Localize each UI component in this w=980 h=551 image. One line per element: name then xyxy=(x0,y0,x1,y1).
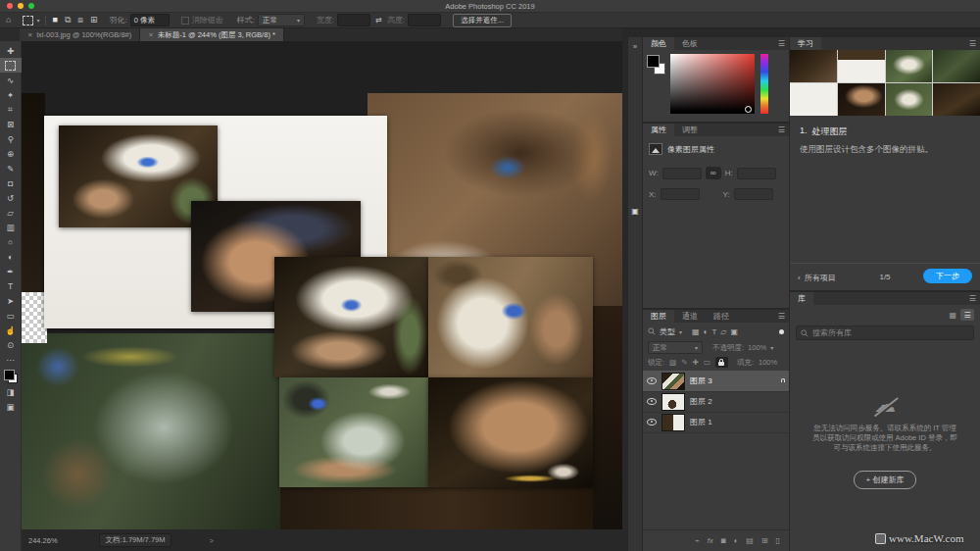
tab-channels[interactable]: 通道 xyxy=(674,310,706,323)
quick-mask-tool[interactable]: ◨ xyxy=(0,384,22,399)
eraser-tool[interactable]: ▱ xyxy=(0,205,22,220)
delete-layer-icon[interactable]: ▯ xyxy=(776,536,780,545)
lock-artboard-icon[interactable]: ▭ xyxy=(704,358,710,367)
layer-row-2[interactable]: 图层 2 xyxy=(643,391,789,413)
adjustment-layer-icon[interactable]: ◐ xyxy=(733,536,738,545)
tab-color[interactable]: 颜色 xyxy=(643,37,674,50)
move-tool[interactable]: ✚ xyxy=(0,43,22,58)
eyedropper-tool[interactable]: ⚲ xyxy=(0,131,22,146)
fg-bg-color-swatches[interactable] xyxy=(4,370,18,383)
saturation-brightness-picker[interactable] xyxy=(670,54,755,114)
history-brush-tool[interactable]: ↺ xyxy=(0,190,22,205)
document-tab[interactable]: ✕ lxl-003.jpg @ 100%(RGB/8#) xyxy=(20,28,140,41)
panel-menu-icon[interactable]: ☰ xyxy=(969,292,980,305)
lasso-tool[interactable]: ∿ xyxy=(0,73,22,87)
tool-preset-picker[interactable]: ▾ xyxy=(23,16,39,25)
layer-row-1[interactable]: 图层 1 xyxy=(643,412,789,433)
tab-properties[interactable]: 属性 xyxy=(643,124,674,136)
feather-input[interactable]: 0 像素 xyxy=(130,14,170,26)
add-layer-mask-icon[interactable]: ◙ xyxy=(721,536,726,545)
toolbar-options-tool[interactable]: ⋯ xyxy=(0,352,22,367)
tab-swatches[interactable]: 色板 xyxy=(674,37,706,50)
grid-view-icon[interactable]: ▦ xyxy=(949,311,956,320)
panel-menu-icon[interactable]: ☰ xyxy=(778,310,789,323)
lock-pixels-icon[interactable]: ✎ xyxy=(681,358,687,367)
filter-toggle-icon[interactable] xyxy=(779,329,784,334)
close-icon[interactable]: ✕ xyxy=(148,31,153,39)
gradient-tool[interactable]: ▥ xyxy=(0,220,22,234)
hand-tool[interactable]: ☝ xyxy=(0,323,22,337)
swap-dimensions-icon[interactable]: ⇄ xyxy=(375,17,382,25)
tab-adjustments[interactable]: 调整 xyxy=(674,124,706,136)
style-dropdown[interactable]: 正常 ▾ xyxy=(258,14,305,26)
dodge-tool[interactable]: ◐ xyxy=(0,249,22,264)
brush-tool[interactable]: ✎ xyxy=(0,161,22,175)
add-selection-icon[interactable]: ⧉ xyxy=(65,16,71,25)
type-tool[interactable]: T xyxy=(0,278,22,293)
panel-thumbnail-icon[interactable]: ▣ xyxy=(631,208,639,216)
visibility-eye-icon[interactable] xyxy=(647,398,657,405)
hue-slider[interactable] xyxy=(760,54,768,114)
filter-adjustment-icon[interactable]: ◐ xyxy=(704,327,709,336)
quick-selection-tool[interactable]: ✦ xyxy=(0,87,22,102)
clone-stamp-tool[interactable]: ◘ xyxy=(0,175,22,190)
h-input[interactable] xyxy=(737,168,776,179)
link-dimensions-icon[interactable]: ∞ xyxy=(706,167,721,179)
zoom-tool[interactable]: ⊙ xyxy=(0,337,22,352)
layer-thumbnail[interactable] xyxy=(662,393,685,411)
x-input[interactable] xyxy=(661,188,700,200)
color-picker-handle[interactable] xyxy=(745,106,752,113)
frame-tool[interactable]: ⊠ xyxy=(0,117,22,131)
blur-tool[interactable]: ○ xyxy=(0,234,22,249)
select-and-mask-button[interactable]: 选择并遮住... xyxy=(453,14,512,27)
screen-mode-tool[interactable]: ▣ xyxy=(0,399,22,414)
panel-menu-icon[interactable]: ☰ xyxy=(778,124,789,136)
layer-thumbnail[interactable] xyxy=(662,414,685,431)
layer-style-icon[interactable]: fx xyxy=(708,536,713,545)
intersect-selection-icon[interactable]: ⊞ xyxy=(90,16,98,25)
tab-paths[interactable]: 路径 xyxy=(706,310,737,323)
filter-smart-object-icon[interactable]: ▣ xyxy=(730,327,738,336)
fill-value[interactable]: 100% xyxy=(759,358,777,367)
filter-image-icon[interactable]: ▦ xyxy=(692,327,700,336)
filter-text-icon[interactable]: T xyxy=(711,327,716,336)
crop-tool[interactable]: ⌗ xyxy=(0,102,22,117)
spot-healing-tool[interactable]: ⊕ xyxy=(0,146,22,161)
create-library-button[interactable]: + 创建新库 xyxy=(854,471,917,489)
new-layer-icon[interactable]: ⊞ xyxy=(761,536,768,545)
width-input[interactable] xyxy=(337,14,370,26)
layer-thumbnail[interactable] xyxy=(662,373,685,390)
layer-row-3[interactable]: 图层 3 xyxy=(643,371,789,392)
tab-layers[interactable]: 图层 xyxy=(643,310,674,323)
foreground-color-swatch[interactable] xyxy=(647,55,660,68)
rectangle-tool[interactable]: ▭ xyxy=(0,308,22,323)
link-layers-icon[interactable]: ⌁ xyxy=(695,536,700,545)
lock-position-icon[interactable]: ✚ xyxy=(692,358,698,367)
path-selection-tool[interactable]: ➤ xyxy=(0,293,22,308)
zoom-level[interactable]: 244.26% xyxy=(28,536,58,545)
library-search-field[interactable]: 搜索所有库 xyxy=(796,326,974,340)
color-swatches-tool[interactable] xyxy=(0,367,22,384)
document-tab-active[interactable]: ✕ 未标题-1 @ 244% (图层 3, RGB/8) * xyxy=(140,28,284,41)
height-input[interactable] xyxy=(408,14,441,26)
marquee-tool[interactable] xyxy=(0,58,22,73)
new-selection-icon[interactable]: ■ xyxy=(52,16,57,25)
status-menu-caret[interactable]: > xyxy=(209,536,213,545)
visibility-eye-icon[interactable] xyxy=(647,377,657,384)
visibility-eye-icon[interactable] xyxy=(647,419,657,426)
next-step-button[interactable]: 下一步 xyxy=(923,269,972,283)
w-input[interactable] xyxy=(662,168,702,179)
new-group-icon[interactable]: ▤ xyxy=(746,536,754,545)
collapse-dock-icon[interactable]: » xyxy=(633,43,637,51)
subtract-selection-icon[interactable]: ⧈ xyxy=(77,16,83,25)
filter-type-label[interactable]: 类型 xyxy=(660,326,675,337)
close-icon[interactable]: ✕ xyxy=(27,31,32,39)
lock-all-icon[interactable] xyxy=(715,357,728,368)
filter-shape-icon[interactable]: ▱ xyxy=(720,327,726,336)
antialias-checkbox[interactable]: 消除锯齿 xyxy=(181,15,223,25)
pen-tool[interactable]: ✒ xyxy=(0,264,22,278)
canvas[interactable] xyxy=(22,41,622,529)
tab-libraries[interactable]: 库 xyxy=(790,292,813,305)
opacity-value[interactable]: 100% xyxy=(748,343,766,352)
list-view-icon[interactable]: ☰ xyxy=(960,309,974,321)
